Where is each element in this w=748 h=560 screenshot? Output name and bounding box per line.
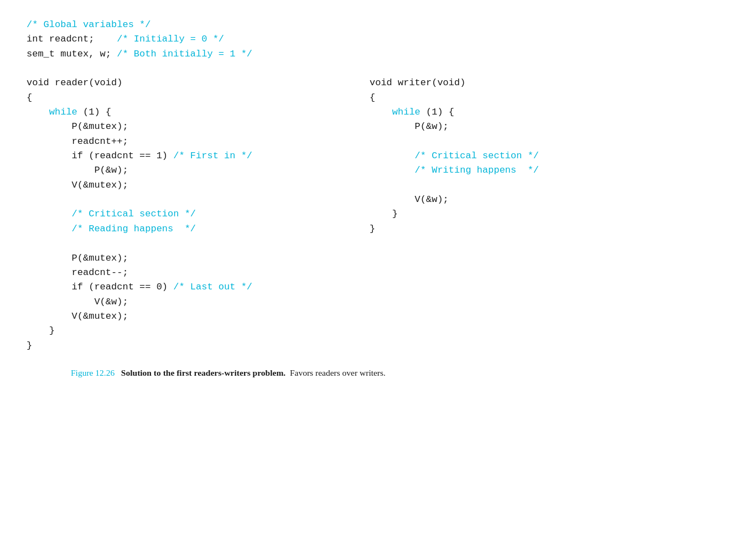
figure-caption: Figure 12.26 Solution to the first reade… [27,366,721,379]
reader-p-mutex: P(&mutex); [27,120,370,134]
globals-sem-comment: /* Both initially = 1 */ [117,49,252,59]
globals-sem: sem_t mutex, w; /* Both initially = 1 */ [27,47,721,61]
reader-if-readcnt-0: if (readcnt == 0) /* Last out */ [27,280,370,294]
globals-readcnt-comment: /* Initially = 0 */ [117,34,224,44]
globals-comment: /* Global variables */ [27,18,721,32]
writer-column: void writer(void) { while (1) { P(&w); /… [370,76,721,353]
globals-section: /* Global variables */ int readcnt; /* I… [27,18,721,61]
reader-v-w: V(&w); [27,295,370,309]
reader-open-brace: { [27,91,370,105]
writer-open-brace: { [370,91,721,105]
writer-v-w: V(&w); [370,193,721,207]
reader-while: while (1) { [27,105,370,120]
reader-while-close: } [27,324,370,338]
globals-readcnt: int readcnt; /* Initially = 0 */ [27,32,721,46]
reader-header: void reader(void) [27,76,370,90]
reader-column: void reader(void) { while (1) { P(&mutex… [27,76,370,353]
writer-writing-comment: /* Writing happens */ [370,163,721,178]
reader-v-mutex-1: V(&mutex); [27,178,370,193]
writer-blank2 [370,178,721,193]
reader-if-readcnt: if (readcnt == 1) /* First in */ [27,149,370,163]
reader-close-brace: } [27,339,370,353]
writer-while: while (1) { [370,105,721,120]
figure-label: Figure 12.26 [71,368,115,377]
figure-description: Favors readers over writers. [290,368,386,377]
reader-readcnt-dec: readcnt--; [27,266,370,280]
reader-blank2 [27,236,370,251]
writer-p-w: P(&w); [370,120,721,134]
reader-v-mutex-2: V(&mutex); [27,309,370,324]
reader-p-mutex-2: P(&mutex); [27,251,370,266]
reader-readcnt-inc: readcnt++; [27,134,370,149]
writer-close-brace: } [370,222,721,236]
writer-critical-comment: /* Critical section */ [370,149,721,163]
code-columns: void reader(void) { while (1) { P(&mutex… [27,76,721,353]
writer-while-close: } [370,207,721,221]
reader-critical-comment: /* Critical section */ [27,207,370,221]
writer-header: void writer(void) [370,76,721,90]
writer-blank1 [370,134,721,149]
figure-title: Solution to the first readers-writers pr… [121,368,285,377]
reader-p-w: P(&w); [27,163,370,178]
reader-blank1 [27,193,370,207]
reader-reading-comment: /* Reading happens */ [27,222,370,236]
code-container: /* Global variables */ int readcnt; /* I… [27,18,721,379]
